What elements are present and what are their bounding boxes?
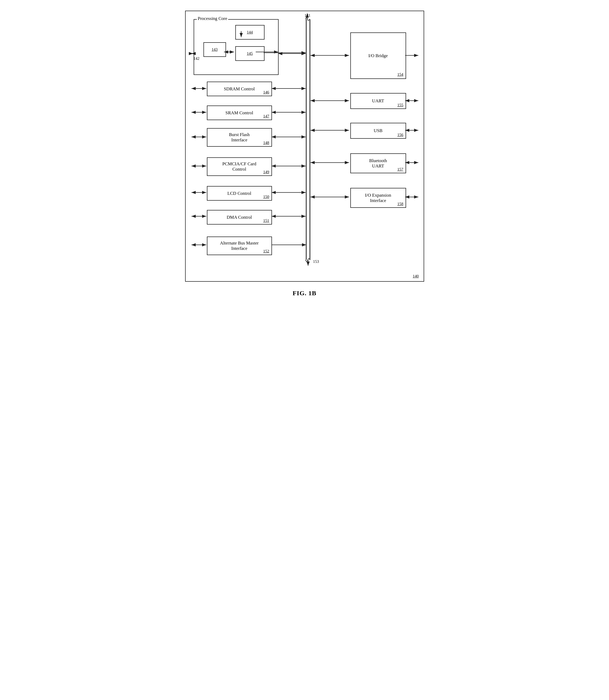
- ref-146: 146: [263, 90, 269, 95]
- sram-control-label: SRAM Control: [226, 110, 253, 116]
- bluetooth-uart-box: BluetoothUART 157: [350, 153, 406, 173]
- alt-bus-master-box: Alternate Bus MasterInterface 152: [207, 237, 272, 255]
- label-141: 141: [304, 13, 311, 18]
- usb-box: USB 156: [350, 123, 406, 139]
- lcd-control-box: LCD Control 150: [207, 186, 272, 201]
- dma-control-box: DMA Control 151: [207, 210, 272, 225]
- ref-156: 156: [397, 133, 403, 137]
- io-bridge-label: I/O Bridge: [368, 53, 388, 58]
- ref-152: 152: [263, 249, 269, 254]
- diagram-wrapper: 141 140 Processing Core 144 145 143 142: [185, 11, 424, 297]
- box-144: 144: [235, 25, 264, 39]
- dma-control-label: DMA Control: [227, 215, 252, 220]
- processing-core-label: Processing Core: [197, 16, 228, 21]
- uart-box: UART 155: [350, 93, 406, 109]
- label-142: 142: [194, 56, 200, 61]
- ref-148: 148: [263, 141, 269, 145]
- ref-149: 149: [263, 170, 269, 174]
- ref-150: 150: [263, 194, 269, 199]
- sdram-control-label: SDRAM Control: [224, 86, 255, 92]
- pcmcia-cf-box: PCMCIA/CF CardControl 149: [207, 157, 272, 176]
- label-153: 153: [313, 259, 319, 264]
- fig-label: FIG. 1B: [185, 290, 424, 297]
- ref-145: 145: [247, 51, 253, 56]
- ref-144: 144: [247, 30, 253, 35]
- label-140: 140: [413, 274, 419, 278]
- io-bridge-box: I/O Bridge 154: [350, 32, 406, 79]
- uart-label: UART: [372, 98, 384, 104]
- processing-core-box: Processing Core 144 145 143: [194, 19, 279, 75]
- usb-label: USB: [374, 128, 382, 133]
- main-box: 141 140 Processing Core 144 145 143 142: [185, 11, 424, 282]
- ref-151: 151: [263, 219, 269, 223]
- sram-control-box: SRAM Control 147: [207, 105, 272, 120]
- ref-157: 157: [397, 167, 403, 172]
- io-expansion-label: I/O ExpansionInterface: [365, 193, 391, 203]
- ref-155: 155: [397, 103, 403, 107]
- pcmcia-cf-label: PCMCIA/CF CardControl: [222, 161, 256, 172]
- alt-bus-master-label: Alternate Bus MasterInterface: [220, 240, 258, 251]
- burst-flash-interface-box: Burst FlashInterface 148: [207, 128, 272, 147]
- io-expansion-box: I/O ExpansionInterface 158: [350, 188, 406, 208]
- ref-143: 143: [212, 47, 218, 52]
- ref-158: 158: [397, 202, 403, 206]
- lcd-control-label: LCD Control: [227, 191, 251, 196]
- ref-147: 147: [263, 114, 269, 119]
- bluetooth-uart-label: BluetoothUART: [369, 158, 387, 169]
- box-143: 143: [204, 42, 226, 57]
- ref-154: 154: [397, 72, 403, 77]
- burst-flash-interface-label: Burst FlashInterface: [229, 132, 250, 143]
- sdram-control-box: SDRAM Control 146: [207, 82, 272, 96]
- box-145: 145: [235, 46, 264, 61]
